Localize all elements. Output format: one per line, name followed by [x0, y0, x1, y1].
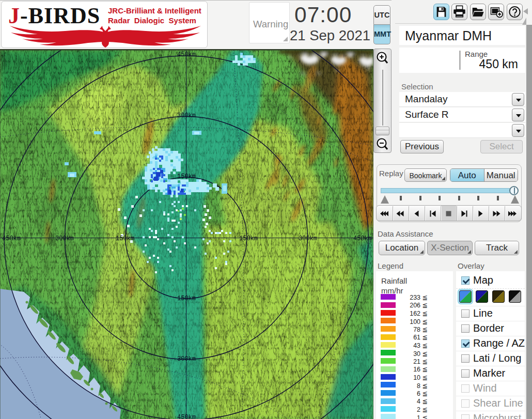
- svg-text:450km: 450km: [177, 51, 196, 58]
- svg-text:300km: 300km: [177, 355, 196, 363]
- svg-text:150km: 150km: [116, 235, 134, 242]
- svg-text:300km: 300km: [177, 112, 196, 119]
- svg-text:150km: 150km: [239, 235, 258, 242]
- svg-text:450km: 450km: [353, 235, 372, 242]
- svg-text:150km: 150km: [177, 295, 196, 302]
- svg-text:450km: 450km: [2, 235, 21, 242]
- svg-text:300km: 300km: [299, 235, 317, 242]
- svg-text:450km: 450km: [177, 414, 196, 419]
- svg-text:150km: 150km: [177, 173, 196, 180]
- svg-text:300km: 300km: [55, 235, 74, 242]
